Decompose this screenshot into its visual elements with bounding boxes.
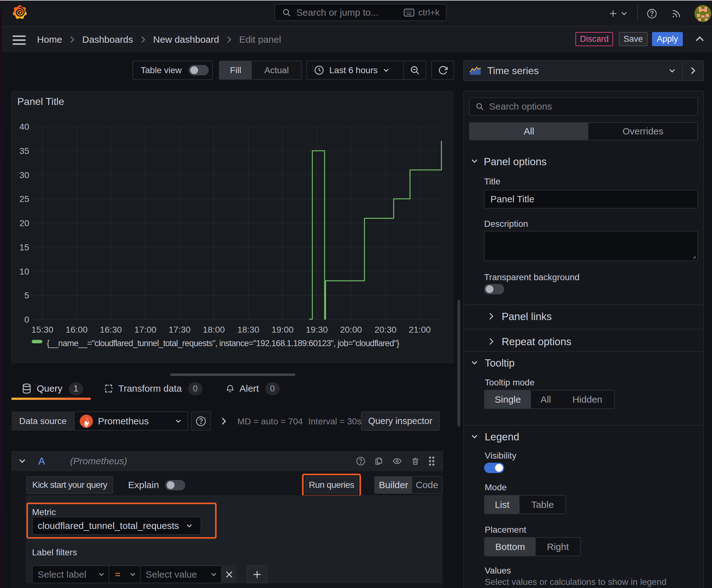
svg-text:21:00: 21:00	[409, 325, 431, 335]
svg-text:40: 40	[19, 122, 29, 132]
svg-text:16:00: 16:00	[66, 325, 88, 335]
svg-text:19:30: 19:30	[306, 325, 328, 335]
svg-text:15:30: 15:30	[31, 325, 53, 335]
svg-text:18:00: 18:00	[203, 325, 225, 335]
svg-text:0: 0	[24, 315, 29, 324]
svg-text:17:00: 17:00	[134, 325, 156, 335]
svg-text:5: 5	[24, 291, 29, 300]
svg-text:16:30: 16:30	[100, 325, 122, 335]
svg-text:25: 25	[19, 194, 29, 204]
svg-text:20:00: 20:00	[340, 325, 362, 335]
svg-text:15: 15	[19, 243, 29, 252]
svg-text:19:00: 19:00	[272, 325, 294, 335]
svg-text:18:30: 18:30	[237, 325, 259, 335]
svg-text:{__name__="cloudflared_tunnel_: {__name__="cloudflared_tunnel_total_requ…	[47, 339, 399, 348]
svg-text:20: 20	[19, 218, 29, 228]
svg-text:30: 30	[19, 170, 29, 180]
svg-text:35: 35	[19, 146, 29, 156]
svg-text:20:30: 20:30	[374, 325, 396, 335]
svg-text:10: 10	[19, 267, 29, 276]
svg-text:17:30: 17:30	[169, 325, 191, 335]
